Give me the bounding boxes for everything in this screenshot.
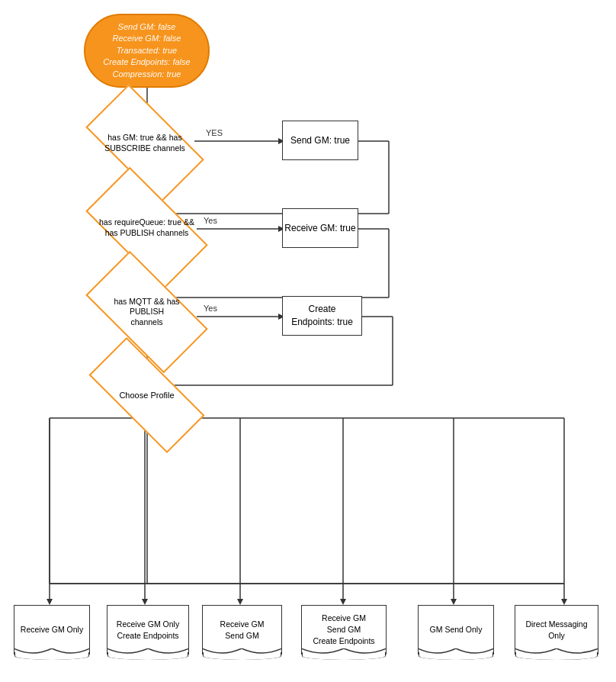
svg-marker-36	[340, 599, 346, 605]
o2-label: Receive GM Only Create Endpoints	[117, 619, 179, 641]
process-receive-gm: Receive GM: true	[282, 208, 358, 248]
decision-1: has GM: true && has SUBSCRIBE channels	[91, 113, 198, 174]
p1-label: Send GM: true	[290, 134, 350, 147]
decision-3-label: has MQTT && has PUBLISH channels	[91, 297, 202, 328]
output-receive-send-gm: Receive GM Send GM	[202, 605, 282, 655]
choose-profile: Choose Profile	[91, 368, 202, 422]
svg-marker-34	[237, 599, 243, 605]
start-label: Send GM: false Receive GM: false Transac…	[103, 21, 190, 80]
p3-label: Create Endpoints: true	[291, 303, 353, 329]
svg-text:YES: YES	[206, 128, 223, 137]
output-gm-send-only: GM Send Only	[418, 605, 494, 655]
output-receive-gm-only: Receive GM Only	[14, 605, 90, 655]
svg-marker-32	[142, 599, 148, 605]
output-receive-gm-create-endpoints: Receive GM Only Create Endpoints	[107, 605, 189, 655]
o5-label: GM Send Only	[430, 624, 483, 635]
o1-label: Receive GM Only	[21, 624, 83, 635]
output-direct-messaging: Direct Messaging Only	[515, 605, 598, 655]
decision-2: has requireQueue: true && has PUBLISH ch…	[91, 197, 202, 259]
o3-label: Receive GM Send GM	[220, 619, 265, 641]
o4-label: Receive GM Send GM Create Endpoints	[313, 613, 374, 646]
decision-3: has MQTT && has PUBLISH channels	[91, 281, 202, 343]
o6-label: Direct Messaging Only	[525, 619, 587, 641]
process-send-gm: Send GM: true	[282, 121, 358, 160]
output-receive-send-create: Receive GM Send GM Create Endpoints	[301, 605, 387, 655]
start-node: Send GM: false Receive GM: false Transac…	[84, 14, 210, 88]
svg-text:Yes: Yes	[204, 216, 217, 225]
p2-label: Receive GM: true	[284, 222, 355, 235]
choose-profile-label: Choose Profile	[111, 390, 181, 401]
svg-text:Yes: Yes	[204, 304, 217, 313]
svg-marker-30	[47, 599, 53, 605]
process-create-endpoints: Create Endpoints: true	[282, 296, 362, 336]
svg-marker-38	[451, 599, 457, 605]
decision-1-label: has GM: true && has SUBSCRIBE channels	[97, 133, 193, 153]
svg-marker-40	[561, 599, 567, 605]
flowchart: YES No Yes No Yes No Send GM: false Rece…	[0, 0, 616, 682]
decision-2-label: has requireQueue: true && has PUBLISH ch…	[91, 217, 202, 238]
